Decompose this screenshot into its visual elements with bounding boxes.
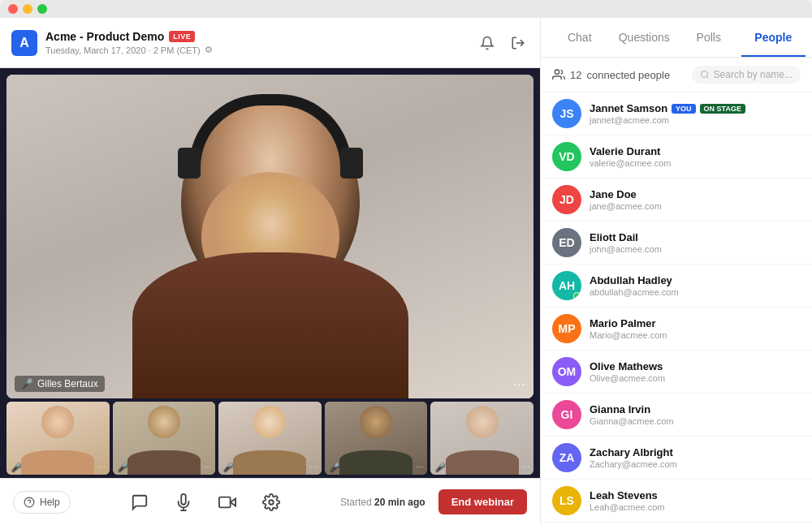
tab-people[interactable]: People [741, 18, 806, 57]
you-badge: YOU [672, 104, 696, 114]
tab-chat[interactable]: Chat [547, 18, 612, 57]
thumb-more-icon-1[interactable]: ⋯ [204, 463, 212, 471]
thumbnail-item-1[interactable]: 🎤 Damien Verron ⋯ [113, 402, 216, 475]
svg-marker-5 [230, 498, 235, 506]
thumb-more-icon-3[interactable]: ⋯ [416, 463, 424, 471]
thumb-more-icon-2[interactable]: ⋯ [310, 463, 318, 471]
camera-tool-button[interactable] [214, 488, 241, 516]
tab-questions[interactable]: Questions [612, 18, 677, 57]
meeting-time-text: Tuesday, March 17, 2020 · 2 PM (CET) [45, 45, 201, 55]
thumb-avatar [41, 406, 74, 438]
online-dot [573, 292, 581, 299]
started-text: Started 20 min ago [340, 497, 425, 508]
person-info-2: Jane Doe jane@acmee.com [590, 188, 801, 211]
person-name-3: Eliott Dail [590, 231, 801, 243]
people-search[interactable]: Search by name... [692, 66, 801, 84]
thumb-more-icon-4[interactable]: ⋯ [522, 463, 530, 471]
thumbnail-item-2[interactable]: 🎤 Elsa Boulo ⋯ [218, 402, 322, 475]
person-item-0[interactable]: JS Jannet Samson YOUON STAGE jannet@acme… [541, 93, 812, 136]
svg-point-7 [269, 500, 274, 505]
person-name-4: Abdullah Hadley [590, 274, 801, 286]
thumb-body [21, 450, 94, 475]
main-video: 🎤 Gilles Bertaux ⋯ [6, 75, 533, 398]
thumb-mic-icon-3: 🎤 [330, 463, 339, 471]
person-info-1: Valerie Durant valerie@acmee.com [590, 145, 801, 168]
presenter-name: Gilles Bertaux [37, 378, 98, 389]
person-item-8[interactable]: ZA Zachary Albright Zachary@acmee.com [541, 437, 812, 480]
thumbnail-item-0[interactable]: 🎤 Jane Doe ⋯ [6, 402, 110, 475]
toolbar-center [71, 488, 340, 516]
thumb-avatar [148, 406, 180, 438]
person-name-6: Olive Mathews [590, 360, 801, 372]
person-email-8: Zachary@acmee.com [590, 459, 801, 469]
person-item-2[interactable]: JD Jane Doe jane@acmee.com [541, 179, 812, 222]
people-icon [552, 68, 565, 81]
person-item-5[interactable]: MP Mario Palmer Mario@acmee.com [541, 308, 812, 351]
avatar-2: JD [552, 185, 581, 214]
svg-point-9 [701, 71, 707, 78]
settings-tool-button[interactable] [257, 488, 285, 516]
person-body [132, 252, 408, 398]
avatar-letter-8: ZA [552, 443, 581, 472]
thumb-mic-icon-2: 🎤 [223, 463, 233, 471]
person-info-8: Zachary Albright Zachary@acmee.com [590, 446, 801, 469]
end-webinar-button[interactable]: End webinar [438, 489, 527, 514]
avatar-letter-9: LS [552, 486, 581, 515]
main-video-label: 🎤 Gilles Bertaux [15, 376, 105, 392]
person-item-1[interactable]: VD Valerie Durant valerie@acmee.com [541, 136, 812, 179]
settings-icon[interactable]: ⚙ [205, 45, 213, 55]
tabs-row: Chat Questions Polls People [541, 18, 812, 58]
close-dot[interactable] [8, 4, 18, 14]
exit-button[interactable] [508, 32, 529, 54]
toolbar-left: Help [13, 491, 71, 514]
avatar-3: ED [552, 228, 581, 257]
thumb-actions-1: ⋯ [204, 463, 212, 471]
help-button[interactable]: Help [13, 491, 71, 514]
thumb-more-icon-0[interactable]: ⋯ [98, 463, 106, 471]
tab-polls[interactable]: Polls [676, 18, 741, 57]
avatar-5: MP [552, 314, 581, 343]
thumbnail-item-3[interactable]: 🎤 Wade Warren ⋯ [325, 402, 428, 475]
thumb-mic-icon-4: 🎤 [435, 463, 445, 471]
main-video-bg [6, 75, 533, 398]
left-panel: A Acme - Product Demo LIVE Tuesday, Marc… [0, 18, 540, 525]
person-item-6[interactable]: OM Olive Mathews Olive@acmee.com [541, 351, 812, 394]
minimize-dot[interactable] [23, 4, 32, 14]
person-item-9[interactable]: LS Leah Stevens Leah@acmee.com [541, 480, 812, 523]
search-placeholder: Search by name... [714, 69, 793, 80]
bell-button[interactable] [477, 32, 498, 54]
started-prefix: Started [340, 497, 372, 508]
person-item-3[interactable]: ED Eliott Dail john@acmee.com [541, 222, 812, 265]
person-name-text-1: Valerie Durant [590, 145, 660, 157]
meeting-title-text: Acme - Product Demo [45, 30, 164, 43]
mic-tool-button[interactable] [170, 488, 197, 516]
thumbnail-item-4[interactable]: 🎤 Elise Dupond ⋯ [430, 402, 533, 475]
header-bar: A Acme - Product Demo LIVE Tuesday, Marc… [0, 18, 540, 68]
avatar-letter-1: VD [552, 142, 581, 171]
people-header: 12 connected people Search by name... [541, 58, 812, 93]
maximize-dot[interactable] [37, 4, 47, 14]
thumb-actions-2: ⋯ [310, 463, 318, 471]
chat-tool-button[interactable] [126, 488, 153, 516]
svg-line-10 [706, 76, 708, 78]
person-name-8: Zachary Albright [590, 446, 801, 458]
person-name-text-3: Eliott Dail [590, 231, 638, 243]
person-email-0: jannet@acmee.com [590, 115, 801, 125]
person-name-text-2: Jane Doe [590, 188, 637, 200]
avatar-letter-3: ED [552, 228, 581, 257]
more-options-icon[interactable]: ⋯ [512, 377, 525, 392]
person-email-4: abdullah@acmee.com [590, 287, 801, 297]
person-name-9: Leah Stevens [590, 489, 801, 501]
person-email-1: valerie@acmee.com [590, 158, 801, 168]
person-item-7[interactable]: GI Gianna Irvin Gianna@acmee.com [541, 394, 812, 437]
person-name-text-8: Zachary Albright [590, 446, 673, 458]
live-badge: LIVE [169, 31, 195, 42]
connected-count: 12 connected people [552, 68, 670, 81]
person-item-4[interactable]: AH Abdullah Hadley abdullah@acmee.com [541, 265, 812, 308]
thumb-body [127, 450, 201, 475]
avatar-8: ZA [552, 443, 581, 472]
person-email-7: Gianna@acmee.com [590, 416, 801, 426]
person-name-0: Jannet Samson YOUON STAGE [590, 102, 801, 114]
avatar-7: GI [552, 400, 581, 429]
thumb-avatar [466, 406, 499, 438]
